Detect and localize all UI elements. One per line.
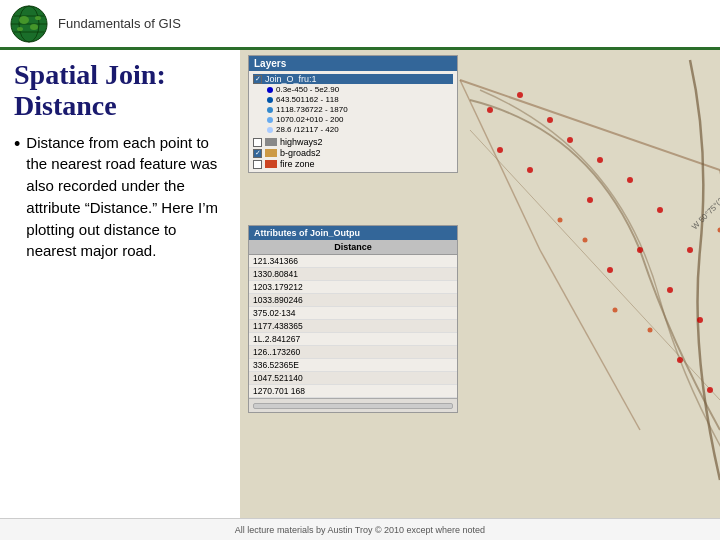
sub-value-3: 1118.736722 - 1870 — [276, 105, 348, 114]
sub-item-3: 1118.736722 - 1870 — [267, 105, 453, 114]
attr-panel-header: Attributes of Join_Outpu — [249, 226, 457, 240]
scroll-bar[interactable] — [249, 398, 457, 412]
layer-checkbox-bgroads[interactable] — [253, 149, 262, 158]
attributes-panel: Attributes of Join_Outpu Distance 121.34… — [248, 225, 458, 413]
bullet-text: Distance from each point to the nearest … — [26, 132, 226, 263]
scroll-track — [253, 403, 453, 409]
attr-row-5: 375.02·134 — [249, 307, 457, 320]
main-content: Spatial Join: Distance • Distance from e… — [0, 50, 720, 518]
svg-point-5 — [19, 16, 29, 24]
layer-item-bgroads[interactable]: b-groads2 — [253, 148, 453, 158]
layers-panel-header: Layers — [249, 56, 457, 71]
attr-row-7: 1L.2.841267 — [249, 333, 457, 346]
svg-point-8 — [35, 16, 41, 20]
attr-row-3: 1203.179212 — [249, 281, 457, 294]
svg-point-7 — [17, 27, 23, 31]
layer-name-highways: highways2 — [280, 137, 323, 147]
attr-row-9: 336.52365E — [249, 359, 457, 372]
sub-item-4: 1070.02+010 - 200 — [267, 115, 453, 124]
attr-row-11: 1270.701 168 — [249, 385, 457, 398]
left-panel: Spatial Join: Distance • Distance from e… — [0, 50, 240, 518]
layers-panel-content: Join_O_fru:1 0.3e-450 - 5e2.90 643.50116… — [249, 71, 457, 172]
dot-1 — [267, 87, 273, 93]
layer-name-bgroads: b-groads2 — [280, 148, 321, 158]
sub-value-5: 28.6 /12117 - 420 — [276, 125, 339, 134]
attr-row-6: 1177.438365 — [249, 320, 457, 333]
attr-row-8: 126..173260 — [249, 346, 457, 359]
layer-item-firezone[interactable]: fire zone — [253, 159, 453, 169]
bullet-icon: • — [14, 134, 20, 155]
attr-col-header: Distance — [249, 240, 457, 255]
layer-swatch-highways — [265, 138, 277, 146]
svg-point-6 — [30, 24, 38, 30]
sub-item-5: 28.6 /12117 - 420 — [267, 125, 453, 134]
sub-value-1: 0.3e-450 - 5e2.90 — [276, 85, 339, 94]
layer-checkbox-firezone[interactable] — [253, 160, 262, 169]
slide-title: Spatial Join: Distance — [14, 60, 226, 122]
layer-item-join[interactable]: Join_O_fru:1 — [253, 74, 453, 84]
layer-checkbox-join[interactable] — [253, 75, 262, 84]
gis-area: W 50°75°(3.0) 57A0.0 0.0 Layers Join_O_f… — [240, 50, 720, 518]
dot-4 — [267, 117, 273, 123]
sub-item-1: 0.3e-450 - 5e2.90 — [267, 85, 453, 94]
sub-value-4: 1070.02+010 - 200 — [276, 115, 343, 124]
layer-swatch-firezone — [265, 160, 277, 168]
globe-icon — [10, 5, 48, 43]
dot-2 — [267, 97, 273, 103]
sub-value-2: 643.501162 - 118 — [276, 95, 339, 104]
layer-item-highways[interactable]: highways2 — [253, 137, 453, 147]
dot-3 — [267, 107, 273, 113]
header-title: Fundamentals of GIS — [58, 16, 181, 31]
right-panel: W 50°75°(3.0) 57A0.0 0.0 Layers Join_O_f… — [240, 50, 720, 518]
attr-row-4: 1033.890246 — [249, 294, 457, 307]
layers-panel: Layers Join_O_fru:1 0.3e-450 - 5e2.90 — [248, 55, 458, 173]
dot-5 — [267, 127, 273, 133]
layer-name-firezone: fire zone — [280, 159, 315, 169]
sub-item-2: 643.501162 - 118 — [267, 95, 453, 104]
header: Fundamentals of GIS — [0, 0, 720, 50]
footer: All lecture materials by Austin Troy © 2… — [0, 518, 720, 540]
layer-name-join: Join_O_fru:1 — [265, 74, 317, 84]
attr-row-10: 1047.521140 — [249, 372, 457, 385]
attr-row-2: 1330.80841 — [249, 268, 457, 281]
footer-text: All lecture materials by Austin Troy © 2… — [235, 525, 485, 535]
layer-sub-items: 0.3e-450 - 5e2.90 643.501162 - 118 1118.… — [253, 85, 453, 134]
layer-checkbox-highways[interactable] — [253, 138, 262, 147]
attr-row-1: 121.341366 — [249, 255, 457, 268]
layer-swatch-bgroads — [265, 149, 277, 157]
